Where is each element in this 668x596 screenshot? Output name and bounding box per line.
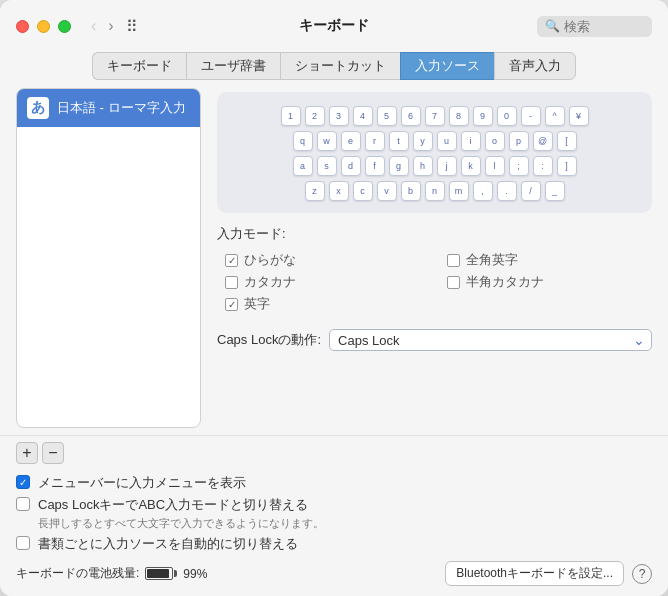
mode-hiragana: ✓ ひらがな [225, 251, 431, 269]
bottom-controls: + − [0, 435, 668, 470]
katakana-checkbox[interactable] [225, 276, 238, 289]
tab-shortcuts[interactable]: ショートカット [280, 52, 400, 80]
battery-label: キーボードの電池残量: [16, 565, 139, 582]
search-icon: 🔍 [545, 19, 560, 33]
tab-user-dict[interactable]: ユーザ辞書 [186, 52, 280, 80]
kb-key: a [293, 156, 313, 176]
tab-keyboard[interactable]: キーボード [92, 52, 186, 80]
caps-lock-row: Caps Lockの動作: Caps Lock ⌄ [217, 329, 652, 351]
battery-icon [145, 567, 177, 580]
kb-key: 7 [425, 106, 445, 126]
eiji-checkbox[interactable]: ✓ [225, 298, 238, 311]
kb-key: u [437, 131, 457, 151]
caps-lock-label: Caps Lockの動作: [217, 331, 321, 349]
kb-key: 8 [449, 106, 469, 126]
mode-grid: ✓ ひらがな 全角英字 カタカナ 半角カタカナ [225, 251, 652, 313]
close-button[interactable] [16, 20, 29, 33]
help-button[interactable]: ? [632, 564, 652, 584]
main-content: あ 日本語 - ローマ字入力 1 2 3 4 5 6 7 8 9 0 [0, 88, 668, 435]
input-source-item[interactable]: あ 日本語 - ローマ字入力 [17, 89, 200, 127]
kb-key: - [521, 106, 541, 126]
kb-key: 6 [401, 106, 421, 126]
kb-key: [ [557, 131, 577, 151]
kb-key: v [377, 181, 397, 201]
checkboxes-section: メニューバーに入力メニューを表示 Caps LockキーでABC入力モードと切り… [0, 470, 668, 553]
tab-input-source[interactable]: 入力ソース [400, 52, 494, 80]
window-title: キーボード [299, 17, 369, 35]
fullscreen-button[interactable] [58, 20, 71, 33]
kb-key: 0 [497, 106, 517, 126]
kb-key: m [449, 181, 469, 201]
capslock-abc-sub: 長押しするとすべて大文字で入力できるようになります。 [38, 516, 652, 531]
tabs-bar: キーボード ユーザ辞書 ショートカット 入力ソース 音声入力 [0, 48, 668, 88]
kb-key: w [317, 131, 337, 151]
nav-arrows: ‹ › [87, 15, 118, 37]
kb-key: 2 [305, 106, 325, 126]
source-icon: あ [27, 97, 49, 119]
kb-key: t [389, 131, 409, 151]
capslock-abc-checkbox[interactable] [16, 497, 30, 511]
kb-key: f [365, 156, 385, 176]
kb-key: h [413, 156, 433, 176]
checkbox-row-2: Caps LockキーでABC入力モードと切り替える [16, 496, 652, 514]
kb-key: y [413, 131, 433, 151]
kb-key: p [509, 131, 529, 151]
mode-zenkaku: 全角英字 [447, 251, 653, 269]
kb-key: l [485, 156, 505, 176]
bluetooth-button[interactable]: Bluetoothキーボードを設定... [445, 561, 624, 586]
kb-key: : [533, 156, 553, 176]
kb-key: ; [509, 156, 529, 176]
caps-lock-value: Caps Lock [338, 333, 399, 348]
kb-key: n [425, 181, 445, 201]
mode-hankaku: 半角カタカナ [447, 273, 653, 291]
kb-key: 1 [281, 106, 301, 126]
kb-row-4: z x c v b n m , . / _ [305, 181, 565, 201]
hankaku-checkbox[interactable] [447, 276, 460, 289]
grid-icon[interactable]: ⠿ [126, 17, 138, 36]
kb-key: q [293, 131, 313, 151]
kb-key: r [365, 131, 385, 151]
hiragana-checkbox[interactable]: ✓ [225, 254, 238, 267]
auto-switch-label: 書類ごとに入力ソースを自動的に切り替える [38, 535, 298, 553]
kb-key: s [317, 156, 337, 176]
kb-key: j [437, 156, 457, 176]
kb-key: x [329, 181, 349, 201]
footer: キーボードの電池残量: 99% Bluetoothキーボードを設定... ? [0, 553, 668, 596]
source-label: 日本語 - ローマ字入力 [57, 99, 186, 117]
window: ‹ › ⠿ キーボード 🔍 キーボード ユーザ辞書 ショートカット 入力ソース … [0, 0, 668, 596]
kb-key: c [353, 181, 373, 201]
katakana-label: カタカナ [244, 273, 296, 291]
kb-key: o [485, 131, 505, 151]
tab-voice[interactable]: 音声入力 [494, 52, 576, 80]
input-mode-label: 入力モード: [217, 225, 652, 243]
caps-lock-dropdown[interactable]: Caps Lock ⌄ [329, 329, 652, 351]
remove-source-button[interactable]: − [42, 442, 64, 464]
hankaku-label: 半角カタカナ [466, 273, 544, 291]
battery-fill [147, 569, 169, 578]
kb-key: ] [557, 156, 577, 176]
search-box: 🔍 [537, 16, 652, 37]
menubar-checkbox[interactable] [16, 475, 30, 489]
kb-key: / [521, 181, 541, 201]
kb-key: _ [545, 181, 565, 201]
kb-key: @ [533, 131, 553, 151]
add-source-button[interactable]: + [16, 442, 38, 464]
minimize-button[interactable] [37, 20, 50, 33]
mode-katakana: カタカナ [225, 273, 431, 291]
eiji-label: 英字 [244, 295, 270, 313]
battery-percent: 99% [183, 567, 207, 581]
dropdown-arrow-icon: ⌄ [633, 332, 645, 348]
battery-info: キーボードの電池残量: 99% [16, 565, 207, 582]
kb-key: ¥ [569, 106, 589, 126]
auto-switch-checkbox[interactable] [16, 536, 30, 550]
kb-key: b [401, 181, 421, 201]
forward-button[interactable]: › [104, 15, 117, 37]
kb-key: i [461, 131, 481, 151]
search-input[interactable] [564, 19, 644, 34]
kb-key: . [497, 181, 517, 201]
zenkaku-checkbox[interactable] [447, 254, 460, 267]
checkbox-row-1: メニューバーに入力メニューを表示 [16, 474, 652, 492]
back-button[interactable]: ‹ [87, 15, 100, 37]
keyboard-preview: 1 2 3 4 5 6 7 8 9 0 - ^ ¥ q w e [217, 92, 652, 213]
titlebar: ‹ › ⠿ キーボード 🔍 [0, 0, 668, 48]
